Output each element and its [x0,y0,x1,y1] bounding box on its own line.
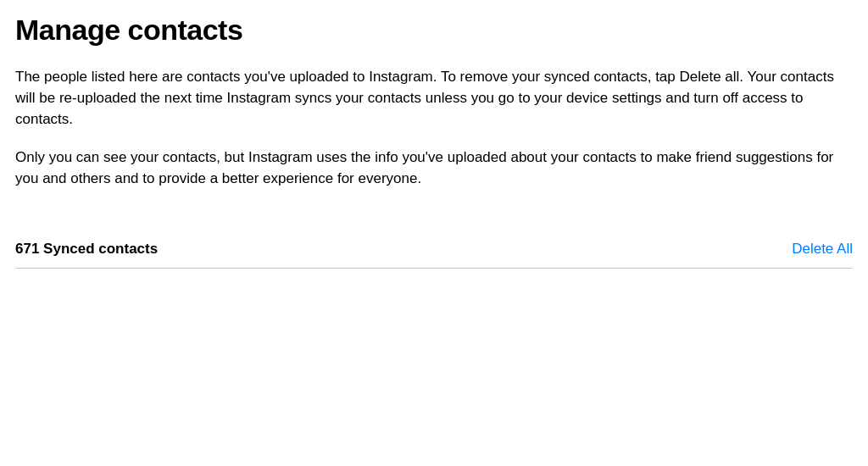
synced-contacts-label: 671 Synced contacts [15,241,158,258]
description-block-1: The people listed here are contacts you'… [15,67,853,130]
delete-all-button[interactable]: Delete All [792,241,853,258]
synced-contacts-row: 671 Synced contacts Delete All [15,241,853,269]
description-text-1: The people listed here are contacts you'… [15,67,853,130]
description-text-2: Only you can see your contacts, but Inst… [15,147,853,190]
description-block-2: Only you can see your contacts, but Inst… [15,147,853,190]
page-title: Manage contacts [15,14,853,47]
